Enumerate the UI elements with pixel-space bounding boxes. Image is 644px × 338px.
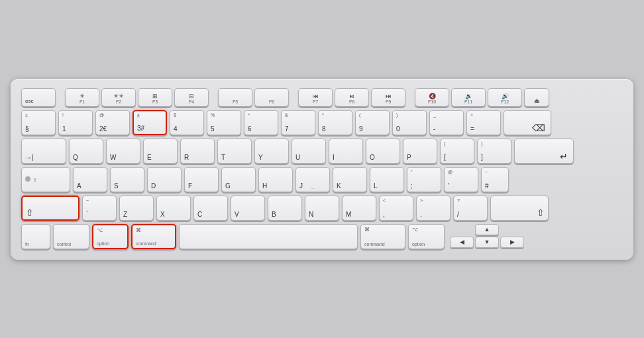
asdf-row: ⇪ A S D F G H J — K L " ; @ ' ~ # bbox=[21, 167, 623, 192]
key-4[interactable]: $ 4 bbox=[170, 110, 204, 135]
key-w[interactable]: W bbox=[106, 139, 140, 164]
key-m[interactable]: M bbox=[342, 196, 376, 221]
bottom-row: fn control ⌥ option ⌘ command ⌘ command … bbox=[21, 224, 623, 249]
key-i[interactable]: I bbox=[329, 139, 363, 164]
key-esc[interactable]: esc bbox=[21, 88, 56, 107]
key-comma[interactable]: < , bbox=[379, 196, 413, 221]
key-f10[interactable]: 🔇 F10 bbox=[415, 88, 449, 107]
key-f12[interactable]: 🔊 F12 bbox=[488, 88, 522, 107]
key-f7[interactable]: ⏮ F7 bbox=[298, 88, 333, 107]
key-arrow-up[interactable]: ▲ bbox=[475, 224, 499, 235]
key-f2[interactable]: ☀☀ F2 bbox=[101, 88, 136, 107]
key-return[interactable]: ↵ bbox=[514, 139, 574, 164]
key-command-right[interactable]: ⌘ command bbox=[360, 224, 405, 249]
key-a[interactable]: A bbox=[73, 167, 107, 192]
zxcv-row: ⇧ ~ ` Z X C V B N M < , > . ? / ⇧ bbox=[21, 196, 623, 221]
key-k[interactable]: K bbox=[333, 167, 367, 192]
fn-row: esc ☀ F1 ☀☀ F2 ⊞ F3 ⊟ F4 F5 F6 ⏮ F7 bbox=[21, 88, 623, 107]
key-tilde[interactable]: ~ ` bbox=[82, 196, 117, 221]
key-t[interactable]: T bbox=[217, 139, 252, 164]
key-eject[interactable]: ⏏ bbox=[524, 88, 549, 107]
key-1[interactable]: ! 1 bbox=[58, 110, 93, 135]
key-q[interactable]: Q bbox=[69, 139, 103, 164]
key-caps-lock[interactable]: ⇪ bbox=[21, 167, 70, 192]
key-x[interactable]: X bbox=[156, 196, 191, 221]
key-control[interactable]: control bbox=[53, 224, 89, 249]
key-f9[interactable]: ⏭ F9 bbox=[371, 88, 405, 107]
key-backspace[interactable]: ⌫ bbox=[504, 110, 551, 135]
key-u[interactable]: U bbox=[292, 139, 326, 164]
key-shift-right[interactable]: ⇧ bbox=[490, 196, 549, 221]
key-arrow-down[interactable]: ▼ bbox=[475, 237, 499, 248]
key-section[interactable]: ± § bbox=[21, 110, 56, 135]
key-minus[interactable]: _ - bbox=[429, 110, 464, 135]
key-tab[interactable]: →| bbox=[21, 139, 66, 164]
key-h[interactable]: H bbox=[258, 167, 293, 192]
keyboard: esc ☀ F1 ☀☀ F2 ⊞ F3 ⊟ F4 F5 F6 ⏮ F7 bbox=[11, 79, 633, 260]
qwerty-row: →| Q W E R T Y U I O P { [ } ] ↵ bbox=[21, 139, 623, 164]
key-8[interactable]: * 8 bbox=[318, 110, 352, 135]
key-v[interactable]: V bbox=[231, 196, 265, 221]
key-n[interactable]: N bbox=[305, 196, 339, 221]
caps-lock-indicator bbox=[25, 176, 30, 182]
key-r[interactable]: R bbox=[180, 139, 215, 164]
key-5[interactable]: % 5 bbox=[207, 110, 241, 135]
key-z[interactable]: Z bbox=[119, 196, 154, 221]
key-period[interactable]: > . bbox=[416, 196, 451, 221]
key-7[interactable]: & 7 bbox=[281, 110, 315, 135]
key-f1[interactable]: ☀ F1 bbox=[65, 88, 99, 107]
key-rbracket[interactable]: } ] bbox=[477, 139, 511, 164]
key-3[interactable]: £ 3# bbox=[133, 110, 167, 135]
key-p[interactable]: P bbox=[403, 139, 437, 164]
key-option-left[interactable]: ⌥ option bbox=[92, 224, 129, 249]
key-l[interactable]: L bbox=[370, 167, 404, 192]
key-command-left[interactable]: ⌘ command bbox=[131, 224, 176, 249]
key-f8[interactable]: ⏯ F8 bbox=[335, 88, 369, 107]
key-lbracket[interactable]: { [ bbox=[440, 139, 474, 164]
key-0[interactable]: ) 0 bbox=[392, 110, 427, 135]
key-f6[interactable]: F6 bbox=[254, 88, 289, 107]
key-quote[interactable]: @ ' bbox=[444, 167, 478, 192]
key-2[interactable]: @ 2€ bbox=[95, 110, 130, 135]
key-equals[interactable]: + = bbox=[466, 110, 501, 135]
key-c[interactable]: C bbox=[193, 196, 228, 221]
key-s[interactable]: S bbox=[110, 167, 144, 192]
key-y[interactable]: Y bbox=[254, 139, 289, 164]
key-option-right[interactable]: ⌥ option bbox=[408, 224, 445, 249]
arrow-cluster: ▲ ◀ ▼ ▶ bbox=[450, 224, 524, 249]
key-arrow-right[interactable]: ▶ bbox=[500, 237, 524, 248]
key-g[interactable]: G bbox=[221, 167, 256, 192]
key-b[interactable]: B bbox=[268, 196, 302, 221]
key-o[interactable]: O bbox=[366, 139, 400, 164]
number-row: ± § ! 1 @ 2€ £ 3# $ 4 % 5 ^ 6 & 7 bbox=[21, 110, 623, 135]
key-9[interactable]: ( 9 bbox=[355, 110, 390, 135]
key-f5[interactable]: F5 bbox=[218, 88, 252, 107]
key-shift-left[interactable]: ⇧ bbox=[21, 196, 80, 221]
key-f4[interactable]: ⊟ F4 bbox=[174, 88, 209, 107]
key-fn[interactable]: fn bbox=[21, 224, 50, 249]
key-f11[interactable]: 🔉 F11 bbox=[451, 88, 486, 107]
key-space[interactable] bbox=[179, 224, 358, 249]
key-6[interactable]: ^ 6 bbox=[244, 110, 278, 135]
key-slash[interactable]: ? / bbox=[453, 196, 488, 221]
key-f3[interactable]: ⊞ F3 bbox=[138, 88, 172, 107]
key-e[interactable]: E bbox=[143, 139, 178, 164]
key-j[interactable]: J — bbox=[295, 167, 330, 192]
key-d[interactable]: D bbox=[147, 167, 182, 192]
key-f[interactable]: F bbox=[184, 167, 219, 192]
key-semicolon[interactable]: " ; bbox=[407, 167, 441, 192]
key-backslash[interactable]: ~ # bbox=[481, 167, 509, 192]
key-arrow-left[interactable]: ◀ bbox=[450, 237, 474, 248]
